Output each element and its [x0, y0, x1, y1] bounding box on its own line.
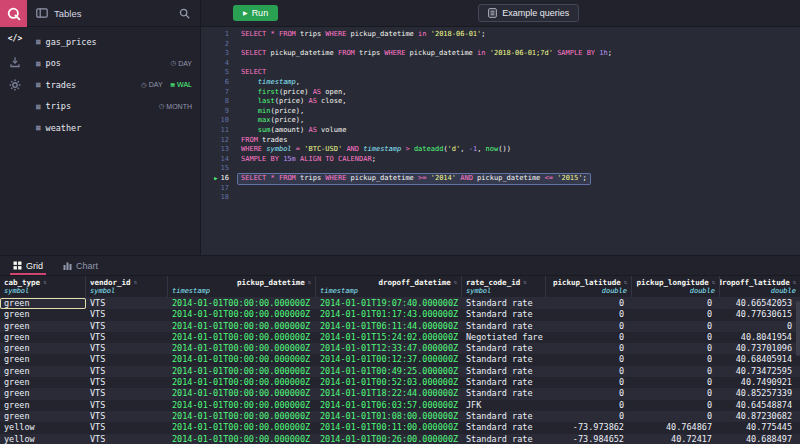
cell[interactable]: VTS: [86, 309, 168, 320]
table-row[interactable]: greenVTS2014-01-01T00:00:00.000000Z2014-…: [0, 332, 800, 343]
cell[interactable]: green: [0, 400, 86, 411]
cell[interactable]: Standard rate: [462, 377, 546, 388]
cell[interactable]: 0: [546, 366, 632, 377]
cell[interactable]: 2014-01-01T06:11:44.000000Z: [316, 321, 462, 332]
grid-scrollbar-thumb[interactable]: [796, 301, 800, 356]
cell[interactable]: 0: [632, 400, 720, 411]
cell[interactable]: 0: [546, 400, 632, 411]
editor-line[interactable]: 18: [201, 193, 800, 203]
column-header-dropoff_latitude[interactable]: dropoff_latitude⇅double: [720, 276, 800, 297]
editor-line[interactable]: 1SELECT * FROM trips WHERE pickup_dateti…: [201, 30, 800, 40]
cell[interactable]: green: [0, 411, 86, 422]
cell[interactable]: Standard rate: [462, 366, 546, 377]
cell[interactable]: 2014-01-01T00:00:00.000000Z: [168, 388, 316, 399]
table-item-gas_prices[interactable]: ▦gas_prices: [30, 31, 200, 53]
cell[interactable]: 2014-01-01T01:08:00.000000Z: [316, 411, 462, 422]
table-row[interactable]: greenVTS2014-01-01T00:00:00.000000Z2014-…: [0, 309, 800, 320]
console-nav-button[interactable]: </>: [0, 27, 30, 50]
column-header-dropoff_datetime[interactable]: dropoff_datetime⇅timestamp: [316, 276, 462, 297]
editor-line[interactable]: 17: [201, 184, 800, 194]
sql-editor[interactable]: 1SELECT * FROM trips WHERE pickup_dateti…: [200, 27, 800, 255]
cell[interactable]: 2014-01-01T00:49:25.000000Z: [316, 366, 462, 377]
import-nav-button[interactable]: [0, 50, 30, 73]
cell[interactable]: Standard rate: [462, 411, 546, 422]
cell[interactable]: 40.64548874: [720, 400, 800, 411]
table-row[interactable]: yellowVTS2014-01-01T00:00:00.000000Z2014…: [0, 422, 800, 433]
cell[interactable]: Standard rate: [462, 388, 546, 399]
table-item-weather[interactable]: ▦weather: [30, 117, 200, 139]
editor-line[interactable]: 12FROM trades: [201, 136, 800, 146]
cell[interactable]: green: [0, 332, 86, 343]
search-icon[interactable]: [179, 8, 190, 19]
column-header-pickup_longitude[interactable]: pickup_longitude⇅double: [632, 276, 720, 297]
editor-line[interactable]: ▶16SELECT * FROM trips WHERE pickup_date…: [201, 174, 800, 184]
cell[interactable]: 0: [632, 343, 720, 354]
column-header-pickup_latitude[interactable]: pickup_latitude⇅double: [546, 276, 632, 297]
table-item-trips[interactable]: ▦trips◷MONTH: [30, 96, 200, 118]
questdb-logo[interactable]: [0, 0, 27, 27]
cell[interactable]: 2014-01-01T06:03:57.000000Z: [316, 400, 462, 411]
cell[interactable]: 0: [632, 309, 720, 320]
tab-chart[interactable]: Chart: [54, 256, 107, 275]
cell[interactable]: green: [0, 309, 86, 320]
cell[interactable]: Standard rate: [462, 298, 546, 309]
cell[interactable]: 2014-01-01T00:52:03.000000Z: [316, 377, 462, 388]
cell[interactable]: 0: [546, 298, 632, 309]
table-row[interactable]: greenVTS2014-01-01T00:00:00.000000Z2014-…: [0, 388, 800, 399]
cell[interactable]: VTS: [86, 434, 168, 444]
table-row[interactable]: greenVTS2014-01-01T00:00:00.000000Z2014-…: [0, 321, 800, 332]
cell[interactable]: 2014-01-01T00:00:00.000000Z: [168, 422, 316, 433]
cell[interactable]: 0: [720, 321, 800, 332]
cell[interactable]: Standard rate: [462, 321, 546, 332]
cell[interactable]: Standard rate: [462, 354, 546, 365]
cell[interactable]: 0: [632, 354, 720, 365]
cell[interactable]: VTS: [86, 377, 168, 388]
cell[interactable]: 40.7490921: [720, 377, 800, 388]
column-header-rate_code_id[interactable]: rate_code_id⇅symbol: [462, 276, 546, 297]
cell[interactable]: green: [0, 377, 86, 388]
cell[interactable]: -73.973862: [546, 422, 632, 433]
cell[interactable]: green: [0, 366, 86, 377]
editor-line[interactable]: 2: [201, 40, 800, 50]
cell[interactable]: 0: [546, 343, 632, 354]
editor-line[interactable]: 15: [201, 164, 800, 174]
cell[interactable]: 2014-01-01T00:00:00.000000Z: [168, 343, 316, 354]
editor-line[interactable]: 14SAMPLE BY 15m ALIGN TO CALENDAR;: [201, 155, 800, 165]
cell[interactable]: 2014-01-01T00:00:00.000000Z: [168, 321, 316, 332]
cell[interactable]: VTS: [86, 354, 168, 365]
cell[interactable]: green: [0, 388, 86, 399]
cell[interactable]: 2014-01-01T00:00:00.000000Z: [168, 434, 316, 444]
cell[interactable]: 2014-01-01T00:00:00.000000Z: [168, 309, 316, 320]
cell[interactable]: 40.72417: [632, 434, 720, 444]
cell[interactable]: 2014-01-01T00:00:00.000000Z: [168, 298, 316, 309]
cell[interactable]: green: [0, 354, 86, 365]
cell[interactable]: Negotiated fare: [462, 332, 546, 343]
editor-line[interactable]: 7 first(price) AS open,: [201, 88, 800, 98]
editor-line[interactable]: 10 max(price),: [201, 116, 800, 126]
run-button[interactable]: ▶ Run: [233, 5, 278, 21]
cell[interactable]: VTS: [86, 298, 168, 309]
cell[interactable]: green: [0, 343, 86, 354]
editor-line[interactable]: 6 timestamp,: [201, 78, 800, 88]
cell[interactable]: Standard rate: [462, 422, 546, 433]
table-item-trades[interactable]: ▦trades◷DAY≣WAL: [30, 74, 200, 96]
cell[interactable]: Standard rate: [462, 343, 546, 354]
cell[interactable]: 2014-01-01T18:22:44.000000Z: [316, 388, 462, 399]
cell[interactable]: 2014-01-01T00:00:00.000000Z: [168, 366, 316, 377]
cell[interactable]: 40.77630615: [720, 309, 800, 320]
column-header-pickup_datetime[interactable]: pickup_datetime⇅timestamp: [168, 276, 316, 297]
table-row[interactable]: greenVTS2014-01-01T00:00:00.000000Z2014-…: [0, 377, 800, 388]
editor-line[interactable]: 9 min(price),: [201, 107, 800, 117]
cell[interactable]: 40.688497: [720, 434, 800, 444]
column-header-vendor_id[interactable]: vendor_id⇅symbol: [86, 276, 168, 297]
cell[interactable]: VTS: [86, 366, 168, 377]
cell[interactable]: VTS: [86, 332, 168, 343]
cell[interactable]: 2014-01-01T19:07:40.000000Z: [316, 298, 462, 309]
cell[interactable]: 0: [632, 332, 720, 343]
cell[interactable]: VTS: [86, 422, 168, 433]
cell[interactable]: 40.68405914: [720, 354, 800, 365]
cell[interactable]: 0: [632, 388, 720, 399]
cell[interactable]: 40.85257339: [720, 388, 800, 399]
cell[interactable]: 2014-01-01T01:17:43.000000Z: [316, 309, 462, 320]
cell[interactable]: -73.984652: [546, 434, 632, 444]
